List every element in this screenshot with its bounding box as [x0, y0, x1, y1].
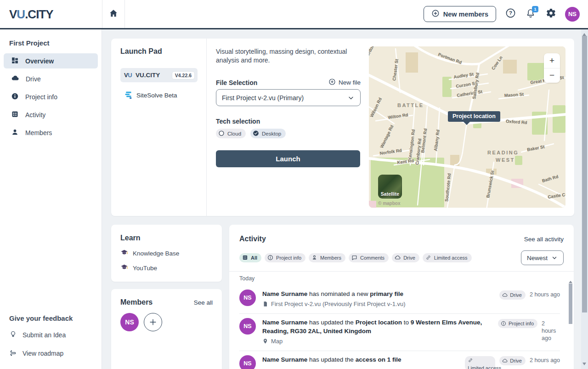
tech-selection-label: Tech selection — [216, 118, 260, 125]
filter-label: Limited access — [434, 255, 468, 261]
member-avatar[interactable]: NS — [120, 313, 139, 331]
vu-logo-icon: VU — [124, 72, 132, 79]
info-icon — [11, 92, 19, 102]
youtube-label: YouTube — [133, 265, 157, 272]
info-icon — [501, 321, 506, 326]
top-header: VU.CITY New members ? 1 NS — [0, 0, 588, 29]
app-item-sitesolve[interactable]: SiteSolve Beta — [120, 88, 198, 102]
svg-text:?: ? — [509, 10, 512, 16]
filter-chip-project-info[interactable]: Project info — [265, 253, 305, 262]
help-icon: ? — [505, 8, 516, 20]
filter-chip-comments[interactable]: Comments — [349, 253, 389, 262]
sort-label: Newest — [527, 255, 548, 261]
notifications-button[interactable]: 1 — [525, 8, 537, 20]
activity-entry: NS Name Surname has updated the access o… — [239, 351, 560, 369]
launchpad-title: Launch Pad — [120, 47, 206, 56]
tech-option-label: Desktop — [262, 131, 281, 136]
sidebar-item-overview[interactable]: Overview — [4, 53, 98, 68]
cloud-icon — [502, 292, 508, 298]
vucity-logo[interactable]: VU.CITY — [9, 7, 53, 22]
filter-label: Members — [320, 255, 341, 261]
submit-idea-link[interactable]: Submit an Idea — [9, 330, 92, 340]
add-member-button[interactable] — [144, 313, 162, 331]
activity-feed: Today NS Name Surname has nominated a ne… — [229, 272, 574, 369]
file-select-dropdown[interactable]: First Project v-2.vu (Primary) — [216, 89, 361, 106]
learn-card: Learn Knowledge Base YouTube — [111, 225, 222, 282]
activity-scrollbar[interactable] — [568, 279, 573, 369]
home-button[interactable] — [102, 0, 125, 28]
home-icon — [108, 8, 119, 20]
user-avatar[interactable]: NS — [565, 7, 580, 22]
new-file-link[interactable]: New file — [328, 78, 361, 87]
person-icon — [311, 255, 317, 261]
link-icon — [468, 358, 473, 363]
map-link[interactable]: Map — [262, 338, 492, 345]
activity-entry: NS Name Surname has nominated a new prim… — [239, 285, 560, 313]
satellite-toggle[interactable]: Satellite — [378, 175, 402, 199]
filter-label: Project info — [276, 255, 301, 261]
sort-dropdown[interactable]: Newest — [521, 250, 564, 265]
entry-tag-drive: Drive — [499, 356, 526, 365]
submit-idea-label: Submit an Idea — [23, 331, 66, 339]
selected-file: First Project v-2.vu (Primary) — [222, 94, 304, 102]
settings-button[interactable] — [545, 8, 557, 20]
activity-scrollbar-thumb[interactable] — [569, 284, 572, 324]
help-button[interactable]: ? — [504, 8, 516, 20]
file-icon — [262, 301, 268, 307]
info-icon — [267, 255, 273, 261]
zoom-in-button[interactable]: + — [544, 53, 560, 68]
sidebar: First Project Overview Drive Project inf… — [0, 29, 102, 369]
filter-label: Comments — [360, 255, 384, 261]
members-see-all-link[interactable]: See all — [194, 299, 213, 306]
sidebar-item-project-info[interactable]: Project info — [4, 89, 98, 104]
new-members-button[interactable]: New members — [424, 6, 496, 22]
page-scrollbar-thumb[interactable] — [582, 36, 587, 312]
knowledge-base-link[interactable]: Knowledge Base — [120, 249, 213, 258]
new-file-label: New file — [339, 79, 361, 86]
link-icon — [425, 255, 431, 261]
sidebar-item-label: Overview — [25, 57, 54, 65]
sidebar-item-drive[interactable]: Drive — [4, 71, 98, 86]
activity-card: Activity See all activity All Project in… — [229, 225, 574, 369]
entry-time: 2 hours ago — [530, 356, 560, 363]
view-roadmap-link[interactable]: View roadmap — [9, 349, 92, 358]
roadmap-icon — [9, 349, 17, 358]
chevron-down-icon — [347, 94, 355, 102]
entry-avatar: NS — [239, 318, 256, 335]
zoom-out-button[interactable]: − — [544, 68, 560, 83]
map-attribution: © mapbox — [378, 201, 401, 206]
new-members-label: New members — [443, 11, 488, 18]
area-label-west: WEST — [496, 157, 515, 163]
filter-chip-drive[interactable]: Drive — [392, 253, 419, 262]
cloud-icon — [502, 358, 508, 363]
feed-group-label: Today — [239, 275, 560, 282]
file-selection-label: File Selection — [216, 79, 257, 86]
sitesolve-icon — [124, 91, 133, 101]
area-label-battle: BATTLE — [397, 102, 424, 108]
graduation-cap-icon — [120, 263, 128, 272]
area-label-reading: READING — [487, 150, 519, 155]
map-zoom-control: + − — [544, 53, 560, 83]
launch-button[interactable]: Launch — [216, 150, 360, 167]
youtube-link[interactable]: YouTube — [120, 263, 213, 272]
see-all-activity-link[interactable]: See all activity — [524, 236, 564, 243]
entry-time: 2 hours ago — [530, 290, 560, 298]
project-location-tooltip: Project location — [448, 111, 500, 122]
tech-option-cloud[interactable]: Cloud — [216, 129, 246, 138]
filter-chip-all[interactable]: All — [239, 253, 261, 262]
page-scrollbar[interactable] — [581, 29, 588, 369]
learn-title: Learn — [120, 234, 213, 242]
tech-option-desktop[interactable]: Desktop — [250, 129, 286, 138]
lightbulb-icon — [9, 330, 17, 340]
sidebar-item-label: Members — [25, 129, 52, 136]
entry-detail: First Project v-2.vu (Previously First P… — [262, 301, 406, 307]
app-description: Visual storytelling, massing design, con… — [216, 47, 358, 65]
filter-chip-members[interactable]: Members — [309, 253, 345, 262]
sidebar-item-members[interactable]: Members — [4, 125, 98, 140]
activity-entry: NS Name Surname has updated the Project … — [239, 313, 560, 351]
project-location-map[interactable]: Portman Rd Cow Ln Chester St Audley St C… — [369, 46, 565, 208]
sidebar-item-activity[interactable]: Activity — [4, 107, 98, 122]
filter-chip-limited-access[interactable]: Limited access — [423, 253, 472, 262]
app-item-vucity[interactable]: VU VU.CITY V4.22.6 — [120, 68, 198, 82]
members-card: Members See all NS — [111, 289, 222, 369]
